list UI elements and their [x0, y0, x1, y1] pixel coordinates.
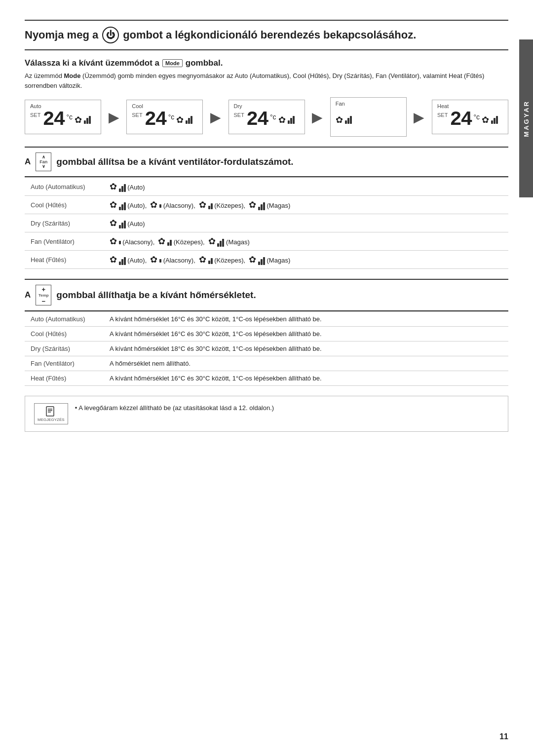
temp-mode-label: Cool (Hűtés) — [25, 327, 104, 341]
section1-title-suffix: gombot a légkondicionáló berendezés beka… — [123, 29, 416, 41]
display-panel-fan: Fan ✿ — [330, 97, 407, 137]
fan-mode-label: Cool (Hűtés) — [25, 196, 104, 214]
note-text: • A levegőáram kézzel állítható be (az u… — [75, 403, 274, 413]
mode-button-label: Mode — [162, 59, 183, 67]
section3-header: A + Temp − gombbal állíthatja be a kíván… — [25, 279, 508, 311]
display-panel-dry: Dry SET 24 °c ✿ — [228, 100, 305, 134]
power-icon: ⏻ — [102, 27, 119, 43]
fan-mode-label: Dry (Szárítás) — [25, 214, 104, 232]
section1-title-prefix: Nyomja meg a — [25, 29, 98, 41]
temp-desc: A hőmérséklet nem állítható. — [104, 356, 508, 371]
table-row: Dry (Szárítás) A kívánt hőmérséklet 18°C… — [25, 341, 508, 356]
temp-mode-label: Dry (Szárítás) — [25, 341, 104, 356]
fan-speed-value: ✿ (Auto), ✿ (Alacsony), ✿ (Közepes), ✿ (… — [104, 196, 508, 214]
note-icon: MEGJEGYZÉS — [34, 403, 68, 424]
temp-desc: A kívánt hőmérséklet 16°C és 30°C között… — [104, 371, 508, 386]
fan-mode-label: Fan (Ventilátor) — [25, 232, 104, 251]
mode-description: Az üzemmód Mode (Üzemmód) gomb minden eg… — [25, 71, 508, 90]
fan-speed-value: ✿ (Auto) — [104, 214, 508, 232]
table-row: Dry (Szárítás) ✿ (Auto) — [25, 214, 508, 232]
signal-bars-auto — [84, 116, 91, 124]
table-row: Auto (Automatikus) A kívánt hőmérséklet … — [25, 312, 508, 327]
side-tab-label: MAGYAR — [523, 100, 530, 137]
signal-bars-fan — [345, 116, 352, 124]
table-row: Fan (Ventilátor) A hőmérséklet nem állít… — [25, 356, 508, 371]
arrow-4: ▶ — [414, 109, 424, 125]
fan-mode-label: Auto (Automatikus) — [25, 178, 104, 196]
temp-mode-label: Fan (Ventilátor) — [25, 356, 104, 371]
page-number: 11 — [499, 732, 508, 741]
fan-mode-label: Heat (Fűtés) — [25, 251, 104, 269]
section2-header: A ∧ Fan ∨ gombbal állítsa be a kívánt ve… — [25, 147, 508, 177]
fan-button-box: ∧ Fan ∨ — [36, 152, 51, 171]
display-panel-heat: Heat SET 24 °c ✿ — [432, 100, 508, 134]
display-panel-auto: Auto SET 24 °c ✿ — [25, 100, 101, 134]
fan-speed-value: ✿ (Alacsony), ✿ (Közepes), ✿ (Magas) — [104, 232, 508, 251]
signal-bars-heat — [491, 116, 498, 124]
side-tab: MAGYAR — [519, 39, 533, 197]
temp-desc: A kívánt hőmérséklet 18°C és 30°C között… — [104, 341, 508, 356]
signal-bars-dry — [288, 116, 295, 124]
temp-button-box: + Temp − — [36, 285, 51, 305]
arrow-2: ▶ — [210, 109, 221, 125]
note-box: MEGJEGYZÉS • A levegőáram kézzel állítha… — [25, 396, 508, 432]
temp-desc: A kívánt hőmérséklet 16°C és 30°C között… — [104, 312, 508, 327]
fan-speed-value: ✿ (Auto) — [104, 178, 508, 196]
mode-subsection-title: Válassza ki a kívánt üzemmódot a Mode go… — [25, 58, 508, 68]
signal-bars-cool — [186, 116, 192, 124]
table-row: Heat (Fűtés) ✿ (Auto), ✿ (Alacsony), ✿ (… — [25, 251, 508, 269]
table-row: Fan (Ventilátor) ✿ (Alacsony), ✿ (Közepe… — [25, 232, 508, 251]
table-row: Cool (Hűtés) A kívánt hőmérséklet 16°C é… — [25, 327, 508, 341]
table-row: Auto (Automatikus) ✿ (Auto) — [25, 178, 508, 196]
svg-rect-0 — [46, 407, 54, 416]
fan-speed-value: ✿ (Auto), ✿ (Alacsony), ✿ (Közepes), ✿ (… — [104, 251, 508, 269]
temp-mode-label: Heat (Fűtés) — [25, 371, 104, 386]
table-row: Cool (Hűtés) ✿ (Auto), ✿ (Alacsony), ✿ (… — [25, 196, 508, 214]
temp-table: Auto (Automatikus) A kívánt hőmérséklet … — [25, 311, 508, 386]
display-panel-cool: Cool SET 24 °c ✿ — [126, 100, 203, 134]
arrow-3: ▶ — [312, 109, 323, 125]
table-row: Heat (Fűtés) A kívánt hőmérséklet 16°C é… — [25, 371, 508, 386]
display-panels-row: Auto SET 24 °c ✿ ▶ Cool SET 24 °c ✿ — [25, 97, 508, 137]
section1-title: Nyomja meg a ⏻ gombot a légkondicionáló … — [25, 20, 508, 50]
temp-desc: A kívánt hőmérséklet 16°C és 30°C között… — [104, 327, 508, 341]
temp-mode-label: Auto (Automatikus) — [25, 312, 104, 327]
fan-speed-table: Auto (Automatikus) ✿ (Auto) Cool (Hűtés)… — [25, 177, 508, 269]
arrow-1: ▶ — [109, 109, 119, 125]
